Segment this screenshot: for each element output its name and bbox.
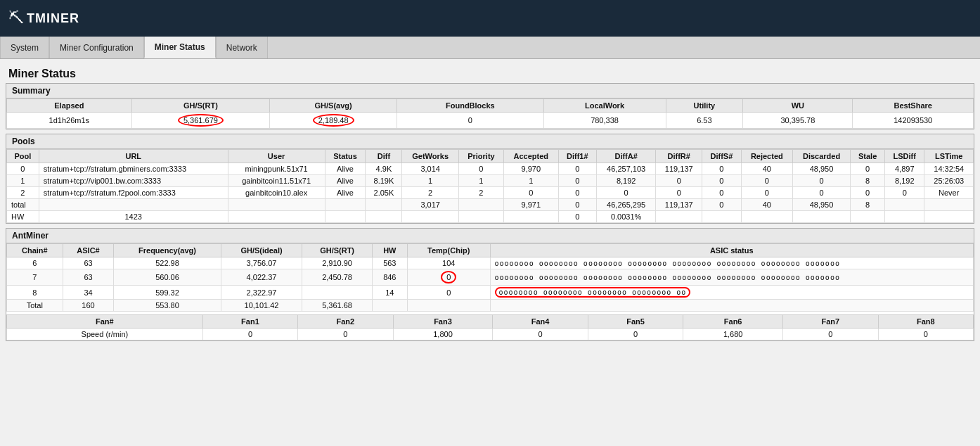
- col-temp: Temp(Chip): [407, 244, 490, 257]
- ghs-ideal-7: 4,022.37: [221, 269, 302, 286]
- hw-diffa: 0.0031%: [596, 211, 656, 223]
- pools-section: Pools Pool URL User Status Diff GetWorks…: [6, 134, 974, 224]
- antminer-row-7: 7 63 560.06 4,022.37 2,450.78 846 0 oooo…: [7, 269, 974, 286]
- fan-col-3: Fan3: [393, 315, 493, 329]
- pool-1-lstime: 25:26:03: [924, 175, 974, 187]
- tab-network[interactable]: Network: [216, 37, 268, 58]
- total-ghs-rt: 5,361.68: [302, 300, 372, 312]
- col-foundblocks: FoundBlocks: [397, 99, 543, 113]
- temp-7-circled: 0: [441, 271, 456, 283]
- tab-miner-status[interactable]: Miner Status: [144, 37, 216, 58]
- col-discarded: Discarded: [792, 150, 850, 163]
- pool-hw-row: HW 1423 0 0.0031%: [7, 211, 974, 223]
- fan8-speed: 0: [878, 329, 974, 340]
- pool-1-lsdiff: 8,192: [885, 175, 924, 187]
- total-getworks: 3,017: [402, 199, 459, 211]
- app-title: TMINER: [27, 11, 79, 26]
- tab-miner-configuration[interactable]: Miner Configuration: [49, 37, 144, 58]
- col-lstime: LSTime: [924, 150, 974, 163]
- col-pool: Pool: [7, 150, 39, 163]
- main-content: Miner Status Summary Elapsed GH/S(RT) GH…: [0, 59, 980, 348]
- pool-1-url: stratum+tcp://vip001.bw.com:3333: [39, 175, 228, 187]
- chain-8: 8: [7, 286, 63, 300]
- ghs-ideal-8: 2,322.97: [221, 286, 302, 300]
- pool-2-diffs: 0: [702, 187, 742, 199]
- pool-1-status: Alive: [325, 175, 366, 187]
- fan6-speed: 1,680: [683, 329, 783, 340]
- pool-0-url: stratum+tcp://stratum.gbminers.com:3333: [39, 163, 228, 175]
- pool-2-priority: 2: [458, 187, 503, 199]
- pool-1-id: 1: [7, 175, 39, 187]
- asic-8: 34: [63, 286, 114, 300]
- fan-speed-label: Speed (r/min): [7, 329, 203, 340]
- col-status: Status: [325, 150, 366, 163]
- hw-value: 1423: [39, 211, 228, 223]
- asic-status-8: oooooooo oooooooo oooooooo oooooooo oo: [490, 286, 974, 300]
- hw-label: HW: [7, 211, 39, 223]
- col-asic-status: ASIC status: [490, 244, 974, 257]
- antminer-table: Chain# ASIC# Frequency(avg) GH/S(ideal) …: [6, 243, 974, 312]
- total-label: total: [7, 199, 39, 211]
- pool-2-diff1: 0: [558, 187, 596, 199]
- pool-2-rejected: 0: [741, 187, 792, 199]
- fan-col-0: Fan#: [7, 315, 203, 329]
- summary-table: Elapsed GH/S(RT) GH/S(avg) FoundBlocks L…: [6, 98, 974, 129]
- page-title: Miner Status: [6, 62, 974, 83]
- asic-status-7: oooooooo oooooooo oooooooo oooooooo oooo…: [490, 269, 974, 286]
- pool-0-diffr: 119,137: [656, 163, 702, 175]
- pool-0-rejected: 40: [741, 163, 792, 175]
- pool-2-diffa: 0: [596, 187, 656, 199]
- ghs-rt-7: 2,450.78: [302, 269, 372, 286]
- hw-8: 14: [372, 286, 407, 300]
- ghs-rt-6: 2,910.90: [302, 257, 372, 269]
- fan-col-1: Fan1: [202, 315, 297, 329]
- pool-1-diff1: 0: [558, 175, 596, 187]
- pool-1-getworks: 1: [402, 175, 459, 187]
- ghs-ideal-6: 3,756.07: [221, 257, 302, 269]
- total-label: Total: [7, 300, 63, 312]
- col-diff1: Diff1#: [558, 150, 596, 163]
- total-diffr: 119,137: [656, 199, 702, 211]
- pool-2-lsdiff: 0: [885, 187, 924, 199]
- pool-2-diffr: 0: [656, 187, 702, 199]
- val-elapsed: 1d1h26m1s: [7, 113, 132, 129]
- ghs-rt-8: [302, 286, 372, 300]
- col-freq: Frequency(avg): [114, 244, 221, 257]
- fan-col-7: Fan7: [783, 315, 878, 329]
- summary-row: 1d1h26m1s 5,361.679 2,189.48 0 780,338 6…: [7, 113, 974, 129]
- fan-col-6: Fan6: [683, 315, 783, 329]
- col-stale: Stale: [851, 150, 885, 163]
- col-lsdiff: LSDiff: [885, 150, 924, 163]
- pool-0-status: Alive: [325, 163, 366, 175]
- col-wu: WU: [743, 99, 853, 113]
- val-bestshare: 142093530: [853, 113, 974, 129]
- nav-bar: System Miner Configuration Miner Status …: [0, 37, 980, 59]
- tab-system[interactable]: System: [0, 37, 49, 58]
- fan5-speed: 0: [588, 329, 683, 340]
- app-header: ⛏ TMINER: [0, 0, 980, 37]
- pool-2-status: Alive: [325, 187, 366, 199]
- asic-status-8-oval: oooooooo oooooooo oooooooo oooooooo oo: [495, 287, 691, 298]
- col-user: User: [228, 150, 325, 163]
- pool-0-accepted: 9,970: [503, 163, 558, 175]
- pool-2-stale: 0: [851, 187, 885, 199]
- pool-1-diffs: 0: [702, 175, 742, 187]
- col-localwork: LocalWork: [543, 99, 666, 113]
- pool-0-diff: 4.9K: [366, 163, 402, 175]
- antminer-row-6: 6 63 522.98 3,756.07 2,910.90 563 104 oo…: [7, 257, 974, 269]
- pool-1-user: gainbitcoin11.51x71: [228, 175, 325, 187]
- pools-header: Pools: [6, 134, 974, 149]
- total-discarded: 48,950: [792, 199, 850, 211]
- total-ghs-ideal: 10,101.42: [221, 300, 302, 312]
- pool-0-getworks: 3,014: [402, 163, 459, 175]
- col-diffa: DiffA#: [596, 150, 656, 163]
- summary-header: Summary: [6, 84, 974, 98]
- freq-6: 522.98: [114, 257, 221, 269]
- antminer-section: AntMiner Chain# ASIC# Frequency(avg) GH/…: [6, 228, 974, 341]
- val-foundblocks: 0: [397, 113, 543, 129]
- pool-1-diffr: 0: [656, 175, 702, 187]
- pool-2-diff: 2.05K: [366, 187, 402, 199]
- pool-0-stale: 0: [851, 163, 885, 175]
- fan3-speed: 1,800: [393, 329, 493, 340]
- val-ghsrt: 5,361.679: [131, 113, 269, 129]
